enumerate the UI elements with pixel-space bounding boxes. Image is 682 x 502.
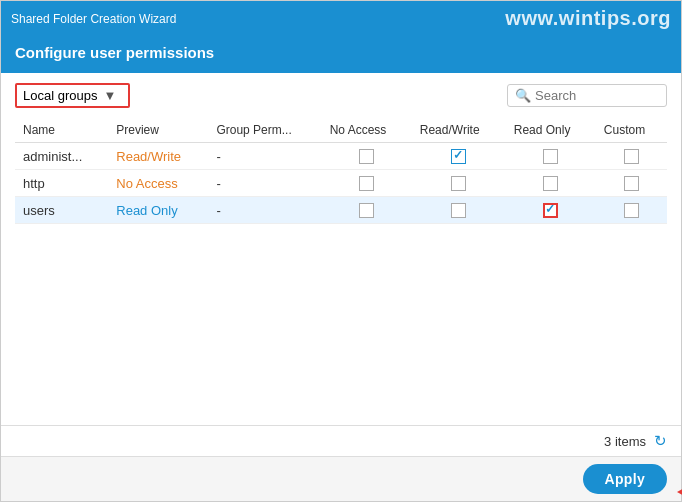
col-custom: Custom — [596, 118, 667, 143]
chevron-down-icon: ▼ — [103, 88, 116, 103]
content-area: Local groups ▼ 🔍 Name Preview Group Perm… — [1, 73, 681, 425]
row-read-write-cell — [412, 143, 506, 170]
permissions-table-container: Name Preview Group Perm... No Access Rea… — [15, 118, 667, 415]
row-no-access-cell — [322, 170, 412, 197]
row-no-access-cell — [322, 197, 412, 224]
watermark: www.wintips.org — [505, 7, 671, 30]
row-no-access-cell — [322, 143, 412, 170]
row-name: http — [15, 170, 108, 197]
footer-bar: 3 items ↻ — [1, 425, 681, 456]
row-preview[interactable]: Read Only — [108, 197, 208, 224]
group-select-dropdown[interactable]: Local groups ▼ — [15, 83, 130, 108]
header-bar: Configure user permissions — [1, 36, 681, 73]
row-group-perm: - — [208, 197, 321, 224]
toolbar: Local groups ▼ 🔍 — [15, 83, 667, 108]
col-read-only: Read Only — [506, 118, 596, 143]
group-select-label: Local groups — [23, 88, 97, 103]
red-arrow-icon — [677, 482, 682, 502]
read-only-checkbox[interactable] — [543, 149, 558, 164]
window-title: Shared Folder Creation Wizard — [11, 12, 176, 26]
custom-checkbox[interactable] — [624, 176, 639, 191]
search-icon: 🔍 — [515, 88, 531, 103]
read-write-checkbox[interactable] — [451, 203, 466, 218]
items-count: 3 items — [604, 434, 646, 449]
row-preview[interactable]: Read/Write — [108, 143, 208, 170]
row-read-only-cell — [506, 170, 596, 197]
row-custom-cell — [596, 143, 667, 170]
search-input[interactable] — [535, 88, 645, 103]
table-header-row: Name Preview Group Perm... No Access Rea… — [15, 118, 667, 143]
apply-button-wrap: Apply — [583, 464, 667, 494]
no-access-checkbox[interactable] — [359, 149, 374, 164]
col-name: Name — [15, 118, 108, 143]
col-read-write: Read/Write — [412, 118, 506, 143]
custom-checkbox[interactable] — [624, 149, 639, 164]
table-row: users Read Only - — [15, 197, 667, 224]
col-group-perm: Group Perm... — [208, 118, 321, 143]
page-title: Configure user permissions — [15, 44, 667, 61]
row-group-perm: - — [208, 170, 321, 197]
read-only-checkbox[interactable] — [543, 176, 558, 191]
row-group-perm: - — [208, 143, 321, 170]
title-bar: Shared Folder Creation Wizard www.wintip… — [1, 1, 681, 36]
main-window: Shared Folder Creation Wizard www.wintip… — [0, 0, 682, 502]
row-read-only-cell — [506, 197, 596, 224]
no-access-checkbox[interactable] — [359, 176, 374, 191]
apply-button[interactable]: Apply — [583, 464, 667, 494]
row-custom-cell — [596, 170, 667, 197]
row-read-write-cell — [412, 197, 506, 224]
row-name: users — [15, 197, 108, 224]
row-custom-cell — [596, 197, 667, 224]
apply-arrow-indicator — [677, 482, 682, 502]
col-no-access: No Access — [322, 118, 412, 143]
read-write-checkbox[interactable] — [451, 176, 466, 191]
search-box: 🔍 — [507, 84, 667, 107]
read-write-checkbox[interactable] — [451, 149, 466, 164]
table-row: http No Access - — [15, 170, 667, 197]
permissions-table: Name Preview Group Perm... No Access Rea… — [15, 118, 667, 224]
row-preview[interactable]: No Access — [108, 170, 208, 197]
bottom-bar: Apply — [1, 456, 681, 501]
row-name: administ... — [15, 143, 108, 170]
refresh-icon[interactable]: ↻ — [654, 432, 667, 450]
read-only-checkbox[interactable] — [543, 203, 558, 218]
col-preview: Preview — [108, 118, 208, 143]
table-row: administ... Read/Write - — [15, 143, 667, 170]
row-read-only-cell — [506, 143, 596, 170]
row-read-write-cell — [412, 170, 506, 197]
no-access-checkbox[interactable] — [359, 203, 374, 218]
custom-checkbox[interactable] — [624, 203, 639, 218]
